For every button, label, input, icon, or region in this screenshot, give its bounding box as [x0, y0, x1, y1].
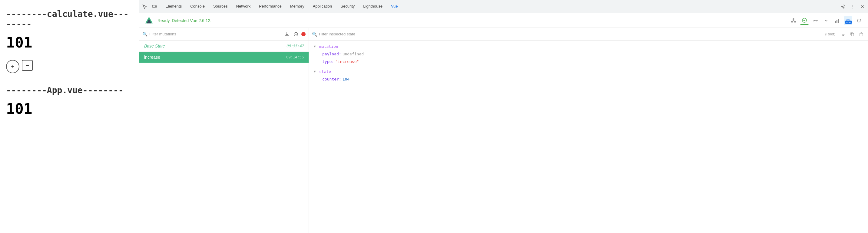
tab-console[interactable]: Console: [186, 0, 209, 13]
svg-rect-11: [835, 21, 836, 23]
copy-state-icon[interactable]: [848, 31, 856, 38]
routing-icon[interactable]: [811, 16, 819, 25]
mutation-section: ▼ mutation payload: undefined type: "inc…: [314, 44, 863, 66]
mutation-key: mutation: [319, 44, 338, 49]
mutation-increase[interactable]: increase 09:14:56: [139, 52, 309, 63]
calculate-counter: 101: [6, 34, 133, 51]
state-counter-item: counter: 104: [314, 76, 863, 83]
new-badge: new: [845, 21, 851, 24]
svg-rect-12: [837, 20, 837, 23]
filter-mutations-input[interactable]: [149, 32, 281, 36]
svg-point-7: [795, 21, 796, 23]
app-counter: 101: [6, 100, 133, 117]
calculate-buttons: + −: [6, 60, 133, 73]
app-panel: --------calculate.vue-------- 101 + − --…: [0, 0, 139, 233]
device-toolbar-icon[interactable]: [150, 2, 159, 11]
svg-rect-16: [851, 33, 854, 36]
svg-rect-17: [860, 33, 863, 36]
increment-button[interactable]: +: [6, 60, 20, 73]
type-value: "increase": [335, 59, 359, 65]
mutation-section-header[interactable]: ▼ mutation: [314, 44, 863, 49]
devtools-tab-bar: Elements Console Sources Network Perform…: [139, 0, 868, 13]
filter-state-input[interactable]: [319, 32, 824, 36]
increase-time: 09:14:56: [286, 55, 304, 59]
svg-point-6: [792, 21, 793, 23]
vue-status-icons: new: [789, 16, 863, 25]
svg-point-2: [842, 6, 844, 7]
type-key: type:: [322, 59, 334, 65]
filter-state-icon[interactable]: [840, 31, 847, 38]
state-section-header[interactable]: ▼ state: [314, 69, 863, 74]
tab-network[interactable]: Network: [232, 0, 255, 13]
app-filename: --------App.vue--------: [6, 85, 133, 95]
tab-elements[interactable]: Elements: [161, 0, 186, 13]
state-tree: ▼ mutation payload: undefined type: "inc…: [309, 40, 868, 233]
svg-point-5: [793, 19, 794, 20]
component-tree-icon[interactable]: [789, 16, 798, 25]
calculate-filename: --------calculate.vue--------: [6, 9, 133, 29]
devtools-panel: Elements Console Sources Network Perform…: [139, 0, 868, 233]
tab-performance[interactable]: Performance: [255, 0, 286, 13]
state-chevron: ▼: [314, 70, 317, 73]
record-button[interactable]: [301, 32, 306, 36]
tab-security[interactable]: Security: [336, 0, 359, 13]
vue-ready-text: Ready. Detected Vue 2.6.12.: [157, 18, 211, 23]
svg-rect-1: [155, 6, 157, 7]
clear-mutations-icon[interactable]: [292, 31, 300, 38]
tab-bar-right-icons: ⋮ ✕: [839, 2, 867, 11]
export-mutations-icon[interactable]: [283, 31, 290, 38]
base-state-time: 08:55:47: [286, 44, 304, 48]
svg-rect-13: [838, 19, 839, 23]
refresh-icon[interactable]: [855, 16, 863, 25]
svg-point-9: [813, 20, 814, 21]
increase-name: increase: [144, 55, 160, 60]
more-options-icon[interactable]: ⋮: [848, 2, 857, 11]
state-key: state: [319, 69, 331, 74]
vue-status-bar: Ready. Detected Vue 2.6.12.: [139, 13, 868, 28]
vue-logo: [144, 16, 154, 25]
payload-value: undefined: [343, 51, 364, 58]
mutation-payload-item: payload: undefined: [314, 51, 863, 58]
svg-rect-0: [152, 5, 155, 7]
main-panels: 🔍: [139, 28, 868, 233]
mutation-type-item: type: "increase": [314, 58, 863, 66]
mutation-base-state[interactable]: Base State 08:55:47: [139, 40, 309, 52]
tab-bar-left-icons: [141, 2, 159, 11]
root-label: (Root): [825, 32, 835, 36]
counter-value: 104: [343, 76, 349, 82]
tab-vue[interactable]: Vue: [387, 0, 402, 13]
mutations-toolbar: 🔍: [139, 28, 309, 40]
state-section: ▼ state counter: 104: [314, 69, 863, 83]
mutations-search-icon: 🔍: [142, 32, 148, 37]
state-panel: 🔍 (Root): [309, 28, 868, 233]
mutation-list: Base State 08:55:47 increase 09:14:56: [139, 40, 309, 233]
state-search-icon: 🔍: [312, 32, 317, 37]
decrement-button[interactable]: −: [22, 60, 33, 71]
mutation-chevron: ▼: [314, 44, 317, 48]
performance-icon[interactable]: [833, 16, 841, 25]
inspect-element-icon[interactable]: [141, 2, 149, 11]
settings-vue-icon[interactable]: new: [844, 16, 852, 25]
close-devtools-icon[interactable]: ✕: [858, 2, 867, 11]
settings-icon[interactable]: [839, 2, 847, 11]
base-state-name: Base State: [144, 43, 165, 48]
state-toolbar: 🔍 (Root): [309, 28, 868, 40]
counter-key: counter:: [322, 76, 341, 82]
payload-key: payload:: [322, 51, 341, 58]
mutations-panel: 🔍: [139, 28, 309, 233]
routing-dropdown-icon[interactable]: [822, 16, 831, 25]
paste-state-icon[interactable]: [858, 31, 865, 38]
vue-content: Ready. Detected Vue 2.6.12.: [139, 13, 868, 233]
tab-application[interactable]: Application: [309, 0, 337, 13]
vuex-icon[interactable]: [800, 16, 809, 25]
tab-lighthouse[interactable]: Lighthouse: [359, 0, 387, 13]
tab-memory[interactable]: Memory: [286, 0, 309, 13]
tab-sources[interactable]: Sources: [209, 0, 232, 13]
